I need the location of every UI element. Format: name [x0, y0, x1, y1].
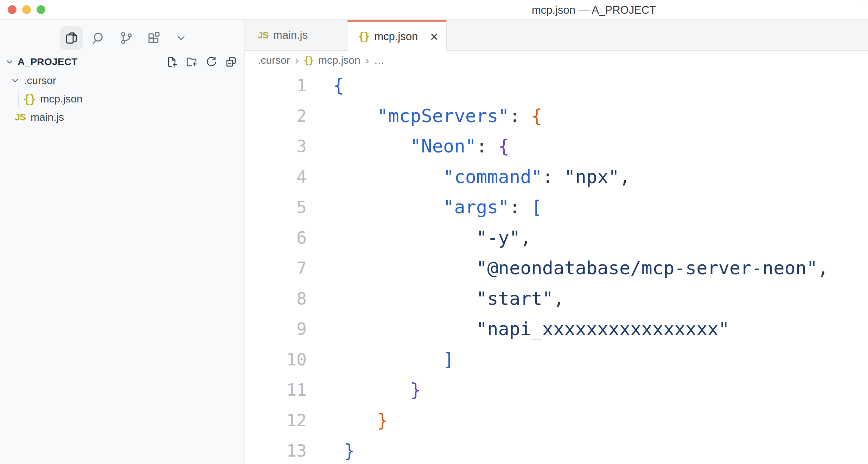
search-icon[interactable] — [87, 26, 110, 50]
line-content: "start", — [333, 283, 564, 314]
new-file-button[interactable] — [166, 56, 178, 68]
code-line[interactable]: 1{ — [245, 70, 868, 101]
code-token: "Neon" — [410, 136, 476, 157]
code-line[interactable]: 3 "Neon": { — [245, 131, 868, 162]
line-content: "command": "npx", — [333, 162, 630, 192]
line-content: } — [333, 405, 388, 436]
code-lines[interactable]: 1{2 "mcpServers": {3 "Neon": {4 "command… — [245, 69, 868, 464]
line-number[interactable]: 2 — [245, 101, 307, 131]
breadcrumb-ellipsis[interactable]: … — [374, 54, 384, 66]
code-token: , — [619, 166, 630, 187]
chevron-right-icon: › — [295, 54, 299, 67]
tab-mcp-json[interactable]: {} mcp.json × — [347, 20, 447, 51]
close-tab-icon[interactable]: × — [430, 30, 446, 44]
code-line[interactable]: 8 "start", — [245, 283, 868, 314]
code-token: , — [818, 257, 829, 278]
line-content: "napi_xxxxxxxxxxxxxxxx" — [333, 314, 729, 344]
code-token: ] — [443, 349, 454, 370]
line-number[interactable]: 6 — [245, 222, 307, 253]
zoom-window-button[interactable] — [37, 5, 45, 14]
code-line[interactable]: 9 "napi_xxxxxxxxxxxxxxxx" — [245, 314, 868, 344]
code-line[interactable]: 7 "@neondatabase/mcp-server-neon", — [245, 253, 868, 283]
code-token: "@neondatabase/mcp-server-neon" — [476, 257, 818, 278]
titlebar: mcp.json — A_PROJECT — [0, 0, 868, 20]
line-number[interactable]: 5 — [245, 192, 307, 222]
explorer-actions — [166, 56, 237, 68]
window-title: mcp.json — A_PROJECT — [532, 0, 656, 19]
line-content: } — [333, 375, 421, 405]
json-file-icon: {} — [358, 30, 369, 43]
line-number[interactable]: 1 — [245, 70, 307, 101]
code-token: : — [509, 105, 531, 126]
line-number[interactable]: 12 — [245, 405, 307, 436]
code-token: , — [520, 227, 531, 248]
tree-item-cursor-folder[interactable]: .cursor — [0, 71, 244, 90]
line-number[interactable]: 7 — [245, 253, 307, 283]
code-token: [ — [531, 196, 542, 218]
line-content: "Neon": { — [333, 131, 509, 162]
collapse-folders-button[interactable] — [225, 56, 237, 68]
tree-item-main-js[interactable]: JS main.js — [0, 108, 244, 126]
breadcrumb-item-mcp-json[interactable]: mcp.json — [318, 54, 360, 66]
code-token: "args" — [443, 196, 509, 218]
code-token: "napi_xxxxxxxxxxxxxxxx" — [476, 318, 729, 339]
code-token: } — [344, 440, 355, 461]
code-token: , — [553, 288, 564, 309]
js-file-icon: JS — [258, 30, 268, 41]
code-line[interactable]: 4 "command": "npx", — [245, 162, 868, 192]
tab-main-js[interactable]: JS main.js — [245, 20, 347, 50]
code-token: } — [410, 379, 421, 400]
json-file-icon: {} — [304, 55, 313, 65]
refresh-icon — [205, 56, 218, 68]
line-number[interactable]: 13 — [245, 435, 307, 464]
line-number[interactable]: 10 — [245, 344, 307, 375]
tab-bar: JS main.js {} mcp.json × — [245, 20, 868, 51]
line-content: "args": [ — [333, 192, 542, 222]
json-file-icon: {} — [23, 92, 36, 106]
explorer-section-header[interactable]: A_PROJECT — [0, 53, 244, 71]
extensions-icon[interactable] — [142, 26, 165, 50]
code-line[interactable]: 2 "mcpServers": { — [245, 101, 868, 131]
breadcrumb-item-cursor[interactable]: .cursor — [258, 54, 290, 66]
tree-item-mcp-json[interactable]: {} mcp.json — [0, 90, 244, 108]
line-content: ] — [333, 344, 454, 375]
code-token: } — [377, 410, 388, 431]
breadcrumb: .cursor › {} mcp.json › … — [245, 51, 868, 69]
close-window-button[interactable] — [8, 5, 17, 14]
line-number[interactable]: 11 — [245, 375, 307, 405]
new-file-icon — [166, 56, 178, 68]
code-line[interactable]: 6 "-y", — [245, 222, 868, 253]
line-number[interactable]: 8 — [245, 283, 307, 314]
files-copy-icon — [64, 31, 79, 45]
chevron-down-icon — [175, 32, 187, 44]
code-token: "-y" — [476, 227, 520, 248]
activity-bar — [0, 20, 244, 50]
folder-name: .cursor — [24, 75, 56, 87]
code-token: { — [498, 136, 509, 157]
code-line[interactable]: 5 "args": [ — [245, 192, 868, 222]
code-line[interactable]: 11 } — [245, 375, 868, 405]
code-token: { — [531, 105, 542, 126]
code-line[interactable]: 13 } — [245, 435, 868, 464]
more-views-button[interactable] — [170, 26, 193, 50]
app-window: mcp.json — A_PROJECT — [0, 0, 868, 464]
new-folder-button[interactable] — [185, 56, 198, 68]
minimize-window-button[interactable] — [22, 5, 31, 14]
line-number[interactable]: 3 — [245, 131, 307, 162]
collapse-all-icon — [225, 56, 237, 68]
code-line[interactable]: 12 } — [245, 405, 868, 436]
file-tree: .cursor {} mcp.json JS main.js — [0, 71, 244, 126]
line-number[interactable]: 9 — [245, 314, 307, 344]
refresh-button[interactable] — [205, 56, 218, 68]
line-content: "-y", — [333, 222, 531, 253]
file-name: mcp.json — [40, 93, 83, 105]
code-line[interactable]: 10 ] — [245, 344, 868, 375]
tab-label: mcp.json — [374, 30, 418, 43]
code-token: "npx" — [564, 166, 619, 187]
source-control-icon[interactable] — [115, 26, 138, 50]
explorer-icon[interactable] — [60, 26, 83, 50]
line-number[interactable]: 4 — [245, 162, 307, 192]
code-token: "mcpServers" — [377, 105, 509, 126]
sidebar: A_PROJECT — [0, 20, 245, 464]
file-name: main.js — [31, 111, 64, 123]
